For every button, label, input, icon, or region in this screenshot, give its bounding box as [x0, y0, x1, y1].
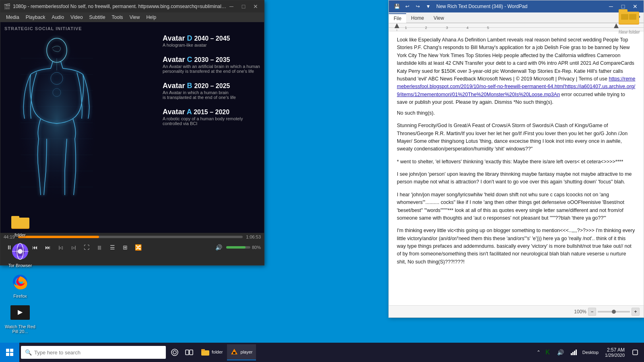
vlc-menu-view[interactable]: View: [126, 12, 143, 22]
taskbar-vlc-icon: [230, 348, 238, 356]
vlc-title: 1080p - rememberlessfool No self, no fre…: [13, 4, 226, 9]
vlc-close-button[interactable]: ✕: [250, 2, 261, 11]
vlc-playlist-button[interactable]: ☰: [107, 242, 118, 253]
firefox-icon: [10, 272, 30, 292]
vlc-playlist-view-button[interactable]: ⊞: [120, 242, 131, 253]
content-link-1[interactable]: https://rememeberlessfool.blogspot.com/2…: [397, 76, 635, 97]
vlc-video: STRATEGIC SOCIAL INITIATIVE: [0, 22, 264, 233]
vlc-next-button[interactable]: ⏭: [42, 242, 54, 253]
taskbar-search-icon: 🔍: [25, 349, 32, 356]
vlc-frame-prev-button[interactable]: |◁: [55, 242, 66, 253]
tray-network-icon[interactable]: [568, 347, 579, 358]
taskbar-app-folder[interactable]: folder: [198, 344, 226, 360]
desktop: 🎬 1080p - rememberlessfool No self, no f…: [0, 0, 644, 362]
desktop-icon-tor-browser[interactable]: Tor Browser: [4, 241, 36, 268]
qat-undo-button[interactable]: ↩: [402, 2, 412, 11]
svg-text:▶: ▶: [18, 309, 23, 315]
vlc-menu-media[interactable]: Media: [3, 12, 23, 22]
taskbar-start-button[interactable]: [0, 343, 19, 362]
taskbar-cortana-button[interactable]: [167, 345, 182, 360]
taskbar-task-view-button[interactable]: [182, 345, 196, 360]
svg-rect-55: [574, 351, 575, 355]
qat-save-button[interactable]: 💾: [392, 2, 402, 11]
tray-notifications-icon[interactable]: [630, 347, 641, 358]
taskbar-app-vlc[interactable]: player: [227, 344, 256, 360]
desktop-icon-folder[interactable]: folder: [4, 211, 36, 237]
svg-text:2: 2: [425, 26, 427, 30]
vlc-fullscreen-button[interactable]: ⛶: [81, 242, 92, 253]
content-para-1: Look like Especially Ahana As Definition…: [397, 36, 636, 106]
svg-rect-44: [10, 353, 13, 356]
task-view-icon: [185, 348, 193, 356]
svg-rect-53: [571, 353, 572, 355]
wordpad-statusbar: 100% − +: [389, 305, 644, 317]
vlc-progress-bar-row: 44:19 1:06:53: [4, 234, 261, 239]
wordpad-titlebar: 💾 ↩ ↪ ▼ New Rich Text Document (348) - W…: [389, 0, 644, 12]
content-para-5: I see john/jon 'person' upon leaving the…: [397, 171, 636, 186]
qat-redo-button[interactable]: ↪: [413, 2, 423, 11]
new-folder-icon: [617, 3, 641, 27]
vlc-loop-button[interactable]: 🔀: [132, 242, 144, 253]
folder-icon: [10, 211, 30, 231]
vlc-minimize-button[interactable]: ─: [226, 2, 237, 11]
vlc-menu-playback[interactable]: Playback: [23, 12, 49, 22]
taskbar-app-vlc-label: player: [241, 350, 253, 354]
tray-kaspersky-icon[interactable]: K: [542, 347, 553, 358]
desktop-icons: folder Tor Browser: [0, 207, 40, 338]
windows-logo-icon: [6, 348, 14, 356]
desktop-icon-watch-red-pill[interactable]: ▶ Watch The Red Pill 20...: [4, 302, 36, 334]
ribbon-tab-view[interactable]: View: [429, 14, 449, 23]
tray-overflow-button[interactable]: ⌃: [537, 350, 541, 355]
taskbar-right: ⌃ K 🔊 Desktop 2:57 AM 1/29/2020: [533, 347, 644, 358]
avatar-label-d: Avatar D 2040 – 2045 A hologram-like ava…: [163, 34, 260, 47]
svg-text:4: 4: [466, 26, 469, 30]
taskbar-folder-icon: [201, 348, 209, 356]
ribbon-tab-file[interactable]: File: [389, 13, 406, 23]
wordpad-minimize-button[interactable]: ─: [606, 2, 616, 11]
zoom-slider-thumb[interactable]: [612, 310, 616, 314]
vlc-extended-settings-button[interactable]: |||: [94, 242, 105, 253]
vlc-overlay-text: STRATEGIC SOCIAL INITIATIVE: [4, 26, 82, 31]
vlc-menubar: Media Playback Audio Video Subtitle Tool…: [0, 12, 264, 22]
desktop-icon-firefox[interactable]: Firefox: [4, 272, 36, 298]
content-para-6: I hear 'john/jon mayer song/lyricswhilw …: [397, 191, 636, 222]
taskbar-time[interactable]: 2:57 AM 1/29/2020: [602, 347, 628, 358]
svg-point-46: [173, 351, 176, 354]
tray-volume-icon[interactable]: 🔊: [555, 347, 566, 358]
zoom-in-button[interactable]: +: [632, 308, 640, 316]
wordpad-content[interactable]: Look like Especially Ahana As Definition…: [389, 31, 644, 305]
vlc-mute-button[interactable]: 🔊: [213, 242, 225, 253]
ribbon-tab-home[interactable]: Home: [406, 14, 429, 23]
svg-rect-47: [186, 350, 189, 355]
ruler-svg: 1 2 3 4 5: [389, 23, 644, 31]
avatar-label-b: Avatar B 2020 – 2025 An Avatar in which …: [163, 82, 260, 100]
zoom-out-button[interactable]: −: [588, 308, 596, 316]
vlc-volume-fill: [226, 246, 246, 249]
qat-dropdown-button[interactable]: ▼: [423, 2, 433, 11]
desktop-icon-new-folder[interactable]: New folder: [617, 3, 641, 34]
avatar-label-a: Avatar A 2015 – 2020 A robotic copy of a…: [163, 108, 260, 126]
tor-browser-icon: [10, 241, 30, 261]
vlc-volume-control: 🔊 80%: [213, 242, 261, 253]
vlc-menu-audio[interactable]: Audio: [48, 12, 67, 22]
zoom-slider[interactable]: [598, 311, 630, 313]
vlc-menu-video[interactable]: Video: [67, 12, 86, 22]
zoom-controls: 100% − +: [574, 308, 640, 316]
taskbar-search-box[interactable]: 🔍: [21, 346, 166, 359]
avatar-figure-svg: [12, 34, 101, 207]
vlc-menu-help[interactable]: Help: [143, 12, 159, 22]
cortana-icon: [171, 348, 179, 356]
tor-browser-label: Tor Browser: [8, 263, 32, 268]
content-para-4: * went to shelter, 'el leftovers' thinkn…: [397, 158, 636, 166]
vlc-frame-next-button[interactable]: ▷|: [68, 242, 79, 253]
wordpad-window: 💾 ↩ ↪ ▼ New Rich Text Document (348) - W…: [388, 0, 644, 318]
vlc-maximize-button[interactable]: □: [238, 2, 249, 11]
vlc-menu-tools[interactable]: Tools: [109, 12, 126, 22]
vlc-seek-bar[interactable]: [18, 236, 243, 238]
vlc-menu-subtitle[interactable]: Subtitle: [86, 12, 109, 22]
svg-rect-43: [6, 353, 9, 356]
vlc-volume-slider[interactable]: [226, 246, 250, 249]
svg-rect-41: [6, 349, 9, 352]
svg-rect-26: [11, 218, 29, 228]
taskbar-search-input[interactable]: [34, 350, 162, 356]
